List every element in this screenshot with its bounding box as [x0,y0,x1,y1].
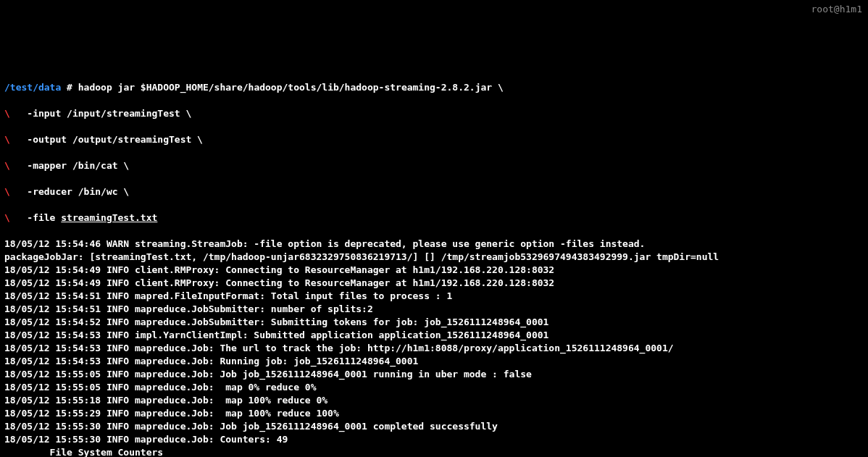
backslash-cont: \ [4,160,10,171]
arg-output: -output /output/streamingTest \ [10,134,203,145]
output-line: 18/05/12 15:54:53 INFO mapreduce.Job: Ru… [4,355,864,368]
output-line: 18/05/12 15:55:30 INFO mapreduce.Job: Jo… [4,420,864,433]
arg-input: -input /input/streamingTest \ [10,108,191,119]
output-line: 18/05/12 15:54:51 INFO mapreduce.JobSubm… [4,303,864,316]
output-line: 18/05/12 15:54:53 INFO mapreduce.Job: Th… [4,342,864,355]
cwd: /test/data [4,82,61,93]
command-text: hadoop jar $HADOOP_HOME/share/hadoop/too… [78,82,504,93]
continuation-line[interactable]: \ -input /input/streamingTest \ [4,107,864,120]
arg-reducer: -reducer /bin/wc \ [10,186,129,197]
output-line: 18/05/12 15:54:51 INFO mapred.FileInputF… [4,290,864,303]
continuation-line[interactable]: \ -reducer /bin/wc \ [4,185,864,198]
output-line: packageJobJar: [streamingTest.txt, /tmp/… [4,251,864,264]
continuation-line[interactable]: \ -file streamingTest.txt [4,211,864,225]
output-line: 18/05/12 15:55:05 INFO mapreduce.Job: Jo… [4,368,864,381]
output-line: 18/05/12 15:54:46 WARN streaming.StreamJ… [4,238,864,251]
backslash-cont: \ [4,134,10,145]
continuation-line[interactable]: \ -mapper /bin/cat \ [4,159,864,172]
arg-file-name: streamingTest.txt [61,212,157,223]
output-line: 18/05/12 15:55:18 INFO mapreduce.Job: ma… [4,394,864,407]
prompt-hash: # [61,82,78,93]
terminal-output: 18/05/12 15:54:46 WARN streaming.StreamJ… [4,238,864,457]
backslash-cont: \ [4,212,10,223]
output-line: 18/05/12 15:54:49 INFO client.RMProxy: C… [4,264,864,277]
arg-mapper: -mapper /bin/cat \ [10,160,129,171]
command-line[interactable]: /test/data # hadoop jar $HADOOP_HOME/sha… [4,81,864,94]
backslash-cont: \ [4,108,10,119]
output-line: 18/05/12 15:55:30 INFO mapreduce.Job: Co… [4,433,864,446]
output-line: 18/05/12 15:55:29 INFO mapreduce.Job: ma… [4,407,864,420]
host-label: root@h1m1 [811,3,862,16]
output-line: 18/05/12 15:54:49 INFO client.RMProxy: C… [4,277,864,290]
arg-file-prefix: -file [10,212,61,223]
output-line: 18/05/12 15:55:05 INFO mapreduce.Job: ma… [4,381,864,394]
output-line: File System Counters [4,446,864,457]
output-line: 18/05/12 15:54:53 INFO impl.YarnClientIm… [4,329,864,342]
continuation-line[interactable]: \ -output /output/streamingTest \ [4,133,864,146]
output-line: 18/05/12 15:54:52 INFO mapreduce.JobSubm… [4,316,864,329]
backslash-cont: \ [4,186,10,197]
